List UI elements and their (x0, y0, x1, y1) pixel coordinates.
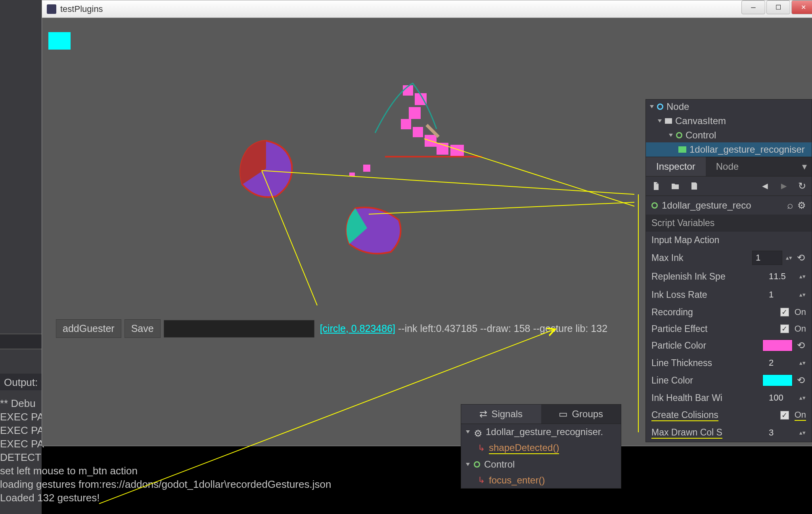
reset-icon[interactable]: ⟲ (796, 340, 806, 351)
minimize-button[interactable]: ─ (741, 0, 765, 14)
svg-rect-5 (425, 135, 437, 147)
titlebar[interactable]: testPlugins ─ ☐ ✕ (42, 0, 812, 18)
prop-input-map[interactable]: Input Map Action (646, 232, 812, 248)
gesture-result: [circle, 0.823486] (320, 323, 395, 334)
caret-icon (658, 119, 662, 123)
prop-value[interactable]: 1 (766, 288, 796, 301)
prop-particle-effect[interactable]: Particle Effect ✓ On (646, 320, 812, 337)
prop-line-thickness[interactable]: Line Thickness 2 ▴▾ (646, 354, 812, 372)
prop-max-drawn[interactable]: Max Drawn Col S 3 ▴▾ (646, 424, 812, 442)
signal-node: 1dollar_gesture_recogniser. (486, 426, 603, 437)
prop-value[interactable]: 100 (766, 391, 796, 405)
prop-particle-color[interactable]: Particle Color ⟲ (646, 337, 812, 354)
window-title: testPlugins (60, 4, 103, 14)
app-icon (47, 4, 56, 14)
prop-health-bar[interactable]: Ink Health Bar Wi 100 ▴▾ (646, 389, 812, 407)
groups-icon: ▭ (559, 409, 568, 420)
gesture-name-input[interactable] (164, 320, 314, 338)
tree-canvasitem[interactable]: CanvasItem (646, 114, 812, 128)
prop-replenish[interactable]: Replenish Ink Spe 11.5 ▴▾ (646, 267, 812, 286)
checkbox[interactable]: ✓ (780, 324, 789, 333)
tree-label: 1dollar_gesture_recogniser (689, 144, 805, 155)
tab-label: Groups (572, 409, 603, 420)
control-icon (676, 132, 682, 138)
signals-tabs: ⇄ Signals ▭ Groups (461, 405, 621, 424)
prop-label: Particle Color (651, 340, 759, 351)
signal-method-row[interactable]: ↳ shapeDetected() (461, 440, 621, 456)
check-label: On (795, 307, 806, 317)
prop-recording[interactable]: Recording ✓ On (646, 304, 812, 320)
svg-rect-3 (401, 119, 411, 129)
prop-label: Input Map Action (651, 235, 806, 245)
caret-icon (466, 430, 470, 433)
signal-node: Control (484, 459, 515, 470)
log-line: Loaded 132 gestures! (0, 491, 357, 504)
spinner-icon[interactable]: ▴▾ (799, 291, 806, 298)
ink-bar (48, 32, 71, 50)
prop-label: Ink Loss Rate (651, 290, 762, 300)
tab-inspector[interactable]: Inspector (646, 157, 706, 176)
tab-groups[interactable]: ▭ Groups (541, 405, 621, 424)
connect-icon: ⇄ (479, 409, 487, 420)
signal-method: shapeDetected() (489, 442, 559, 454)
checkbox[interactable]: ✓ (780, 411, 789, 420)
status-text: [circle, 0.823486] --ink left:0.437185 -… (320, 323, 607, 334)
signal-method-row[interactable]: ↳ focus_enter() (461, 472, 621, 488)
prop-value[interactable]: 3 (766, 426, 796, 439)
drawn-shape (335, 200, 411, 260)
tree-control[interactable]: Control (646, 128, 812, 142)
prop-value[interactable]: 11.5 (766, 270, 796, 283)
signal-node-row[interactable]: Control (461, 456, 621, 472)
window-controls: ─ ☐ ✕ (740, 0, 812, 14)
new-icon[interactable] (651, 181, 661, 191)
save-icon[interactable] (689, 181, 699, 191)
log-line: DETECT (0, 451, 357, 464)
node-path-row: 1dollar_gesture_reco ⌕ ⚙ (646, 196, 812, 215)
check-label: On (795, 410, 806, 421)
prop-value[interactable]: 2 (766, 356, 796, 370)
prop-value-input[interactable] (752, 251, 782, 265)
color-swatch[interactable] (762, 339, 793, 351)
prop-label: Max Drawn Col S (651, 427, 762, 439)
reset-icon[interactable]: ⟲ (796, 253, 806, 263)
maximize-button[interactable]: ☐ (766, 0, 790, 14)
spinner-icon[interactable]: ▴▾ (799, 394, 806, 401)
prop-create-collisions[interactable]: Create Colisions ✓ On (646, 407, 812, 424)
spinner-icon[interactable]: ▴▾ (785, 254, 793, 261)
open-icon[interactable] (670, 181, 680, 191)
checkbox[interactable]: ✓ (780, 308, 789, 316)
prop-label: Ink Health Bar Wi (651, 393, 762, 403)
prop-max-ink[interactable]: Max Ink ▴▾ ⟲ (646, 248, 812, 267)
save-button[interactable]: Save (124, 319, 161, 338)
close-button[interactable]: ✕ (791, 0, 812, 14)
prop-line-color[interactable]: Line Color ⟲ (646, 372, 812, 389)
output-header: Output: (0, 374, 42, 390)
spinner-icon[interactable]: ▴▾ (799, 429, 806, 436)
spinner-icon[interactable]: ▴▾ (799, 273, 806, 280)
reset-icon[interactable]: ⟲ (796, 375, 806, 386)
tab-dropdown[interactable]: ▾ (797, 157, 812, 176)
signal-arrow-icon: ↳ (478, 443, 485, 453)
spinner-icon[interactable]: ▴▾ (799, 359, 806, 366)
panel-tabs: Inspector Node ▾ (646, 157, 812, 176)
history-fwd-icon[interactable]: ► (779, 180, 789, 192)
add-gesture-button[interactable]: addGuester (56, 319, 121, 338)
prop-label: Particle Effect (651, 324, 777, 334)
prop-loss[interactable]: Ink Loss Rate 1 ▴▾ (646, 286, 812, 304)
color-swatch[interactable] (762, 374, 793, 386)
tab-signals[interactable]: ⇄ Signals (461, 405, 541, 424)
section-script-vars: Script Variables (646, 215, 812, 232)
svg-rect-7 (450, 145, 464, 157)
tab-label: Signals (491, 409, 523, 420)
tab-node[interactable]: Node (706, 157, 749, 176)
history-icon[interactable]: ↻ (798, 180, 806, 192)
history-back-icon[interactable]: ◄ (760, 180, 770, 192)
signal-node-row[interactable]: ⚙ 1dollar_gesture_recogniser. (461, 424, 621, 440)
tree-node[interactable]: Node (646, 100, 812, 114)
tree-recogniser[interactable]: 1dollar_gesture_recogniser (646, 142, 812, 157)
inspector-panel: Node CanvasItem Control 1dollar_gesture_… (645, 99, 812, 442)
node-name: 1dollar_gesture_reco (662, 200, 783, 211)
gear-icon[interactable]: ⚙ (797, 200, 806, 211)
search-icon[interactable]: ⌕ (787, 199, 793, 211)
svg-rect-6 (437, 143, 448, 155)
